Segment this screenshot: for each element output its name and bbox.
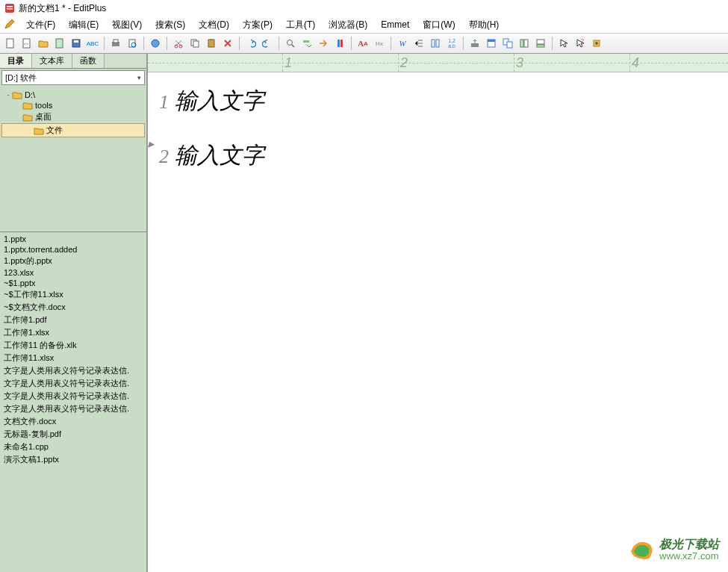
tab-functions[interactable]: 函数	[72, 54, 105, 68]
svg-rect-35	[537, 45, 544, 47]
ruler-mark: 3	[514, 54, 523, 72]
tree-item[interactable]: tools	[1, 100, 145, 111]
file-item[interactable]: 文字是人类用表义符号记录表达信.	[1, 402, 145, 415]
menu-edit[interactable]: 编辑(E)	[63, 17, 105, 33]
file-item[interactable]: 文字是人类用表义符号记录表达信.	[1, 364, 145, 377]
tree-item[interactable]: 文件	[1, 123, 145, 137]
menu-doc[interactable]: 文档(D)	[193, 17, 235, 33]
separator	[104, 37, 105, 50]
file-item[interactable]: 文字是人类用表义符号记录表达信.	[1, 390, 145, 402]
settings-button[interactable]	[589, 36, 604, 51]
bookmark-button[interactable]	[332, 36, 347, 51]
svg-rect-32	[520, 40, 523, 47]
svg-point-38	[595, 42, 598, 45]
cursor-button[interactable]	[556, 36, 571, 51]
file-item[interactable]: 文档文件.docx	[1, 415, 145, 428]
output-panel-button[interactable]	[533, 36, 548, 51]
open-button[interactable]	[36, 36, 51, 51]
menu-project[interactable]: 方案(P)	[237, 17, 279, 33]
line-text[interactable]: 输入文字	[175, 86, 264, 116]
file-item[interactable]: ~$文档文件.docx	[1, 301, 145, 314]
folder-icon	[22, 101, 33, 110]
template-button[interactable]	[52, 36, 67, 51]
editor-line[interactable]: 1输入文字	[148, 86, 728, 116]
font-button[interactable]: AA	[355, 36, 370, 51]
word-button[interactable]: W	[395, 36, 410, 51]
menu-window[interactable]: 窗口(W)	[417, 17, 461, 33]
file-item[interactable]: ~$1.pptx	[1, 278, 145, 288]
file-item[interactable]: 工作簿11 的备份.xlk	[1, 339, 145, 352]
new-button[interactable]	[3, 36, 18, 51]
expand-toggle-icon[interactable]: -	[4, 91, 12, 99]
syntax-button[interactable]: 1,2a,b	[444, 36, 459, 51]
indent-button[interactable]	[411, 36, 426, 51]
file-item[interactable]: 工作簿1.xlsx	[1, 326, 145, 339]
browser-button[interactable]	[148, 36, 163, 51]
print-button[interactable]	[108, 36, 123, 51]
svg-point-13	[152, 40, 159, 47]
menu-view[interactable]: 视图(V)	[106, 17, 148, 33]
file-item[interactable]: 演示文稿1.pptx	[1, 453, 145, 466]
file-item[interactable]: 未命名1.cpp	[1, 441, 145, 453]
save-button[interactable]	[69, 36, 84, 51]
spell-button[interactable]: ABC	[85, 36, 100, 51]
title-bar: 新的文档1 * - EditPlus	[0, 0, 728, 16]
paste-button[interactable]	[204, 36, 219, 51]
print-preview-button[interactable]	[125, 36, 140, 51]
drive-selector[interactable]: [D:] 软件 ▾	[1, 70, 145, 85]
tab-text-lib[interactable]: 文本库	[32, 54, 72, 68]
menu-tool[interactable]: 工具(T)	[280, 17, 321, 33]
file-item[interactable]: 123.xlsx	[1, 267, 145, 278]
new-html-button[interactable]: <>	[19, 36, 34, 51]
svg-rect-2	[7, 8, 13, 10]
hex-button[interactable]: Hx	[372, 36, 387, 51]
pencil-icon	[4, 19, 16, 31]
separator	[143, 37, 144, 50]
svg-rect-1	[7, 6, 13, 7]
ruler: 1234	[148, 54, 728, 72]
tree-item[interactable]: -D:\	[1, 90, 145, 100]
folder-icon	[34, 126, 44, 135]
menu-search[interactable]: 搜索(S)	[149, 17, 191, 33]
dir-panel-button[interactable]	[517, 36, 532, 51]
menu-emmet[interactable]: Emmet	[375, 18, 415, 31]
menu-browser[interactable]: 浏览器(B)	[323, 17, 373, 33]
window1-button[interactable]	[484, 36, 499, 51]
file-item[interactable]: 1.pptx.torrent.added	[1, 244, 145, 255]
window2-button[interactable]	[500, 36, 515, 51]
svg-rect-34	[537, 40, 544, 44]
line-text[interactable]: 输入文字	[175, 140, 264, 171]
file-item[interactable]: 工作簿11.xlsx	[1, 352, 145, 364]
separator	[239, 37, 240, 50]
copy-button[interactable]	[187, 36, 202, 51]
cut-button[interactable]	[171, 36, 186, 51]
file-item[interactable]: 工作簿1.pdf	[1, 314, 145, 326]
file-item[interactable]: 1.pptx的.pptx	[1, 255, 145, 267]
tab-directory[interactable]: 目录	[0, 54, 32, 68]
editor-body[interactable]: 1输入文字2输入文字▸	[148, 72, 728, 572]
svg-rect-17	[193, 41, 199, 47]
find-next-button[interactable]	[299, 36, 314, 51]
ftp-upload-button[interactable]	[467, 36, 482, 51]
file-item[interactable]: ~$工作簿11.xlsx	[1, 288, 145, 301]
folder-tree[interactable]: -D:\tools桌面文件	[0, 87, 146, 232]
delete-button[interactable]	[220, 36, 235, 51]
find-button[interactable]	[283, 36, 298, 51]
goto-button[interactable]	[316, 36, 331, 51]
toolbar: <> ABC AA Hx W 1,2a,b ?	[0, 33, 728, 54]
tree-item[interactable]: 桌面	[1, 111, 145, 123]
file-item[interactable]: 1.pptx	[1, 234, 145, 244]
file-list[interactable]: 1.pptx1.pptx.torrent.added1.pptx的.pptx12…	[0, 232, 146, 572]
undo-button[interactable]	[243, 36, 258, 51]
folder-icon	[22, 113, 33, 122]
file-item[interactable]: 无标题-复制.pdf	[1, 428, 145, 441]
svg-text:?: ?	[581, 38, 584, 43]
menu-file[interactable]: 文件(F)	[20, 17, 61, 33]
column-button[interactable]	[428, 36, 443, 51]
help-cursor-button[interactable]: ?	[573, 36, 588, 51]
menu-help[interactable]: 帮助(H)	[463, 17, 505, 33]
redo-button[interactable]	[260, 36, 275, 51]
file-item[interactable]: 文字是人类用表义符号记录表达信.	[1, 377, 145, 390]
editor-line[interactable]: 2输入文字	[148, 140, 728, 171]
svg-rect-25	[432, 40, 435, 47]
